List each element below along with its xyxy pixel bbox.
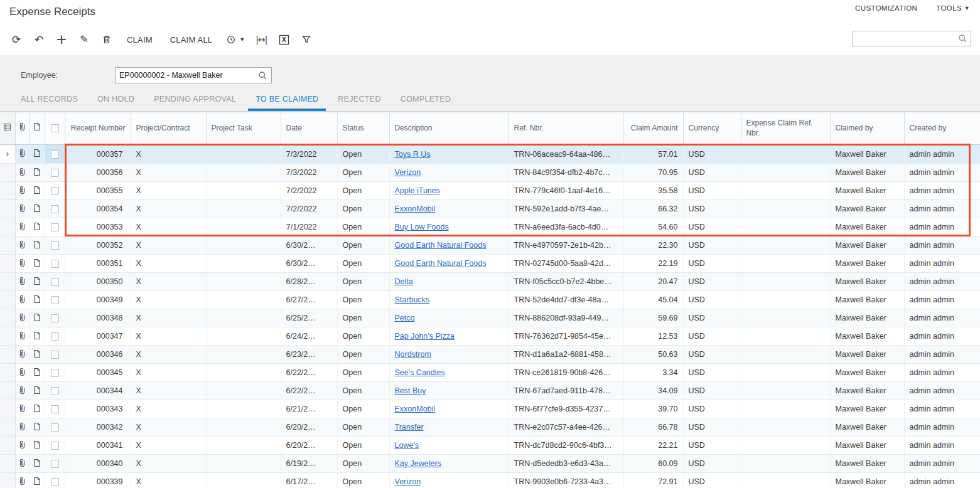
note-icon[interactable] (33, 404, 41, 413)
description-link[interactable]: See's Candies (395, 368, 445, 377)
customization-menu[interactable]: CUSTOMIZATION (855, 4, 917, 12)
note-cell[interactable] (30, 145, 45, 164)
table-row[interactable]: 000352X6/30/2022OpenGood Earth Natural F… (0, 236, 980, 255)
column-header-project-contract[interactable]: Project/Contract (131, 112, 206, 145)
description-link[interactable]: Apple iTunes (395, 186, 441, 195)
description-link[interactable]: Kay Jewelers (395, 459, 441, 468)
table-row[interactable]: 000345X6/22/2022OpenSee's CandiesTRN-ce2… (0, 364, 980, 382)
note-icon[interactable] (33, 167, 41, 176)
attachment-cell[interactable] (15, 164, 30, 182)
row-checkbox[interactable] (45, 473, 65, 488)
attachment-cell[interactable] (15, 473, 30, 488)
attachment-cell[interactable] (15, 437, 30, 455)
attachment-icon[interactable] (19, 186, 26, 194)
row-checkbox[interactable] (45, 200, 65, 218)
attachment-cell[interactable] (15, 255, 30, 273)
row-selector-cell[interactable] (0, 182, 15, 200)
note-cell[interactable] (30, 255, 45, 273)
attachment-icon[interactable] (19, 258, 26, 267)
note-cell[interactable] (30, 164, 45, 182)
note-cell[interactable] (30, 346, 45, 364)
row-selector-cell[interactable] (0, 400, 15, 418)
row-selector-cell[interactable] (0, 473, 15, 488)
row-checkbox[interactable] (45, 455, 65, 473)
column-header-currency[interactable]: Currency (683, 112, 741, 145)
row-selector-cell[interactable]: › (0, 145, 15, 164)
search-input[interactable] (855, 32, 956, 45)
attachment-icon[interactable] (19, 167, 26, 176)
attachment-icon[interactable] (19, 459, 26, 467)
note-cell[interactable] (30, 382, 45, 400)
row-selector-cell[interactable] (0, 200, 15, 218)
attachment-cell[interactable] (15, 400, 30, 418)
note-cell[interactable] (30, 309, 45, 327)
row-checkbox[interactable] (45, 437, 65, 455)
claim-all-button[interactable]: CLAIM ALL (161, 30, 222, 49)
attachment-cell[interactable] (15, 327, 30, 346)
note-cell[interactable] (30, 418, 45, 437)
note-icon[interactable] (33, 331, 41, 340)
row-selector-cell[interactable] (0, 273, 15, 291)
attachment-cell[interactable] (15, 218, 30, 236)
note-icon[interactable] (33, 240, 41, 249)
description-link[interactable]: Starbucks (395, 295, 430, 304)
table-row[interactable]: 000353X7/1/2022OpenBuy Low FoodsTRN-a6ee… (0, 218, 980, 236)
row-selector-cell[interactable] (0, 418, 15, 437)
attachment-icon[interactable] (19, 440, 26, 449)
row-checkbox[interactable] (45, 400, 65, 418)
tools-menu[interactable]: TOOLS ▼ (936, 4, 970, 12)
attachment-icon[interactable] (19, 386, 26, 395)
note-icon[interactable] (33, 440, 41, 449)
column-header-receipt-number[interactable]: Receipt Number (65, 112, 131, 145)
table-row[interactable]: 000341X6/20/2022OpenLowe'sTRN-dc7d8cd2-9… (0, 437, 980, 455)
table-row[interactable]: 000355X7/2/2022OpenApple iTunesTRN-779c4… (0, 182, 980, 200)
attachment-icon[interactable] (19, 477, 26, 485)
row-selector-cell[interactable] (0, 255, 15, 273)
table-row[interactable]: ›000357X7/3/2022OpenToys R UsTRN-06aceac… (0, 145, 980, 164)
note-icon[interactable] (33, 277, 41, 285)
attachment-cell[interactable] (15, 455, 30, 473)
undo-button[interactable]: ↶ (28, 30, 50, 49)
note-icon[interactable] (33, 459, 41, 467)
column-header-claim-amount[interactable]: Claim Amount (623, 112, 683, 145)
column-header-created-by[interactable]: Created by (904, 112, 980, 145)
note-cell[interactable] (30, 182, 45, 200)
edit-button[interactable]: ✎ (73, 30, 95, 49)
attachment-cell[interactable] (15, 364, 30, 382)
row-checkbox[interactable] (45, 364, 65, 382)
note-icon[interactable] (33, 349, 41, 358)
table-row[interactable]: 000339X6/17/2022OpenVerizonTRN-9903e0b6-… (0, 473, 980, 488)
attachment-icon[interactable] (19, 404, 26, 413)
note-cell[interactable] (30, 327, 45, 346)
description-link[interactable]: Pap John's Pizza (395, 332, 455, 341)
row-checkbox[interactable] (45, 182, 65, 200)
table-row[interactable]: 000351X6/30/2022OpenGood Earth Natural F… (0, 255, 980, 273)
note-icon[interactable] (33, 313, 41, 322)
note-cell[interactable] (30, 273, 45, 291)
select-all-checkbox[interactable] (45, 112, 65, 145)
column-header-description[interactable]: Description (389, 112, 509, 145)
attachment-cell[interactable] (15, 145, 30, 164)
description-link[interactable]: ExxonMobil (395, 405, 436, 413)
tab-on-hold[interactable]: ON HOLD (90, 89, 142, 111)
attachment-cell[interactable] (15, 182, 30, 200)
description-link[interactable]: Toys R Us (395, 150, 431, 159)
row-checkbox[interactable] (45, 164, 65, 182)
row-checkbox[interactable] (45, 309, 65, 327)
schedule-button[interactable]: ▼ (221, 30, 250, 49)
note-cell[interactable] (30, 218, 45, 236)
attachment-column-header[interactable] (15, 112, 30, 145)
attachment-icon[interactable] (19, 313, 26, 322)
refresh-button[interactable]: ⟳ (5, 30, 28, 49)
row-checkbox[interactable] (45, 382, 65, 400)
search-icon[interactable] (958, 34, 967, 43)
table-row[interactable]: 000340X6/19/2022OpenKay JewelersTRN-d5ed… (0, 455, 980, 473)
row-checkbox[interactable] (45, 273, 65, 291)
table-row[interactable]: 000349X6/27/2022OpenStarbucksTRN-52de4dd… (0, 291, 980, 309)
row-selector-cell[interactable] (0, 164, 15, 182)
tab-all-records[interactable]: ALL RECORDS (13, 89, 85, 111)
row-selector-cell[interactable] (0, 218, 15, 236)
column-header-project-task[interactable]: Project Task (206, 112, 281, 145)
row-selector-cell[interactable] (0, 291, 15, 309)
row-checkbox[interactable] (45, 145, 65, 164)
